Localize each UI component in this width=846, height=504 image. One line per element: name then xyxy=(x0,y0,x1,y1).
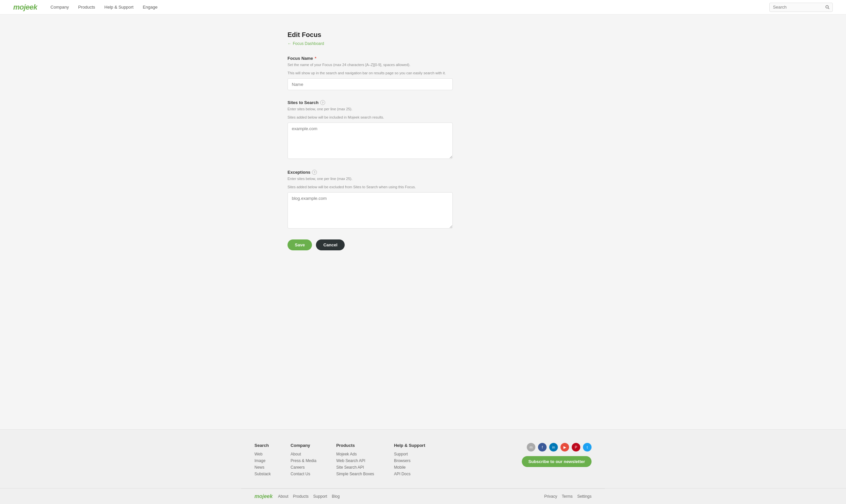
footer-link-contact[interactable]: Contact Us xyxy=(290,472,316,476)
site-header: mojeek Company Products Help & Support E… xyxy=(0,0,846,15)
sites-help-icon[interactable]: ? xyxy=(320,100,325,105)
footer-bottom-products[interactable]: Products xyxy=(293,494,309,499)
search-button[interactable] xyxy=(823,5,832,10)
nav-company[interactable]: Company xyxy=(51,5,69,10)
mojeek-social-icon[interactable]: m xyxy=(527,443,535,451)
svg-point-0 xyxy=(826,5,828,8)
footer-bottom-blog[interactable]: Blog xyxy=(332,494,340,499)
footer-link-mobile[interactable]: Mobile xyxy=(394,465,425,470)
cancel-button[interactable]: Cancel xyxy=(316,239,345,250)
footer-link-web-search-api[interactable]: Web Search API xyxy=(336,458,374,463)
required-star: * xyxy=(315,56,316,61)
footer-settings-link[interactable]: Settings xyxy=(577,494,592,499)
sites-to-search-label: Sites to Search ? xyxy=(287,100,559,105)
footer-link-about[interactable]: About xyxy=(290,452,316,456)
focus-name-label: Focus Name * xyxy=(287,56,559,61)
footer-bottom-links: About Products Support Blog xyxy=(278,494,340,499)
footer-bottom-right: Privacy Terms Settings xyxy=(544,494,592,499)
twitter-icon[interactable]: t xyxy=(583,443,592,451)
linkedin-icon[interactable]: in xyxy=(549,443,558,451)
exceptions-input[interactable] xyxy=(287,192,453,229)
footer-search-heading: Search xyxy=(254,443,271,448)
breadcrumb-label: Focus Dashboard xyxy=(293,41,324,46)
focus-name-desc1: Set the name of your Focus (max 24 chara… xyxy=(287,62,559,68)
exceptions-help-icon[interactable]: ? xyxy=(312,170,317,175)
main-nav: Company Products Help & Support Engage xyxy=(51,5,769,10)
page-title: Edit Focus xyxy=(287,31,559,39)
footer-link-press[interactable]: Press & Media xyxy=(290,458,316,463)
exceptions-label: Exceptions ? xyxy=(287,170,559,175)
youtube-icon[interactable]: ▶ xyxy=(561,443,569,451)
newsletter-button[interactable]: Subscribe to our newsletter xyxy=(522,456,592,467)
footer-col-products: Products Mojeek Ads Web Search API Site … xyxy=(336,443,374,478)
footer-link-web[interactable]: Web xyxy=(254,452,271,456)
svg-line-1 xyxy=(828,7,829,9)
footer-bottom: mojeek About Products Support Blog Priva… xyxy=(241,488,605,504)
form-actions: Save Cancel xyxy=(287,239,559,250)
nav-help-support[interactable]: Help & Support xyxy=(104,5,134,10)
footer-terms-link[interactable]: Terms xyxy=(562,494,573,499)
focus-name-desc2: This will show up in the search and navi… xyxy=(287,70,559,76)
nav-engage[interactable]: Engage xyxy=(143,5,158,10)
pinterest-icon[interactable]: P xyxy=(572,443,580,451)
footer-link-site-search-api[interactable]: Site Search API xyxy=(336,465,374,470)
facebook-icon[interactable]: f xyxy=(538,443,547,451)
sites-desc1: Enter sites below, one per line (max 25)… xyxy=(287,106,559,112)
footer-main: Search Web Image News Substack Company A… xyxy=(241,430,605,488)
footer-link-image[interactable]: Image xyxy=(254,458,271,463)
footer-link-substack[interactable]: Substack xyxy=(254,472,271,476)
focus-name-input[interactable] xyxy=(287,78,453,90)
back-arrow-icon: ← xyxy=(287,41,292,46)
footer-products-heading: Products xyxy=(336,443,374,448)
sites-to-search-section: Sites to Search ? Enter sites below, one… xyxy=(287,100,559,160)
search-icon xyxy=(825,5,830,10)
footer-col-search: Search Web Image News Substack xyxy=(254,443,271,478)
footer-privacy-link[interactable]: Privacy xyxy=(544,494,557,499)
footer-link-api-docs[interactable]: API Docs xyxy=(394,472,425,476)
footer-link-news[interactable]: News xyxy=(254,465,271,470)
footer-bottom-about[interactable]: About xyxy=(278,494,288,499)
site-footer: Search Web Image News Substack Company A… xyxy=(0,429,846,504)
breadcrumb-link[interactable]: ← Focus Dashboard xyxy=(287,41,559,46)
footer-link-support[interactable]: Support xyxy=(394,452,425,456)
nav-products[interactable]: Products xyxy=(78,5,95,10)
footer-divider: mojeek About Products Support Blog Priva… xyxy=(0,488,846,504)
footer-company-heading: Company xyxy=(290,443,316,448)
focus-name-section: Focus Name * Set the name of your Focus … xyxy=(287,56,559,90)
footer-col-help: Help & Support Support Browsers Mobile A… xyxy=(394,443,425,478)
footer-link-browsers[interactable]: Browsers xyxy=(394,458,425,463)
footer-bottom-support[interactable]: Support xyxy=(313,494,327,499)
footer-right: m f in ▶ P t Subscribe to our newsletter xyxy=(522,443,592,478)
sites-desc2: Sites added below will be included in Mo… xyxy=(287,114,559,120)
save-button[interactable]: Save xyxy=(287,239,312,250)
exceptions-desc1: Enter sites below, one per line (max 25)… xyxy=(287,176,559,182)
footer-logo: mojeek xyxy=(254,493,272,499)
exceptions-section: Exceptions ? Enter sites below, one per … xyxy=(287,170,559,230)
search-input[interactable] xyxy=(770,5,823,10)
sites-to-search-input[interactable] xyxy=(287,123,453,159)
footer-help-heading: Help & Support xyxy=(394,443,425,448)
footer-link-mojeek-ads[interactable]: Mojeek Ads xyxy=(336,452,374,456)
footer-col-company: Company About Press & Media Careers Cont… xyxy=(290,443,316,478)
footer-link-careers[interactable]: Careers xyxy=(290,465,316,470)
footer-link-simple-search[interactable]: Simple Search Boxes xyxy=(336,472,374,476)
search-bar xyxy=(769,3,833,12)
exceptions-desc2: Sites added below will be excluded from … xyxy=(287,184,559,190)
logo[interactable]: mojeek xyxy=(13,3,37,12)
social-icons: m f in ▶ P t xyxy=(527,443,592,451)
footer-bottom-left: mojeek About Products Support Blog xyxy=(254,493,340,499)
main-content: Edit Focus ← Focus Dashboard Focus Name … xyxy=(274,15,572,429)
